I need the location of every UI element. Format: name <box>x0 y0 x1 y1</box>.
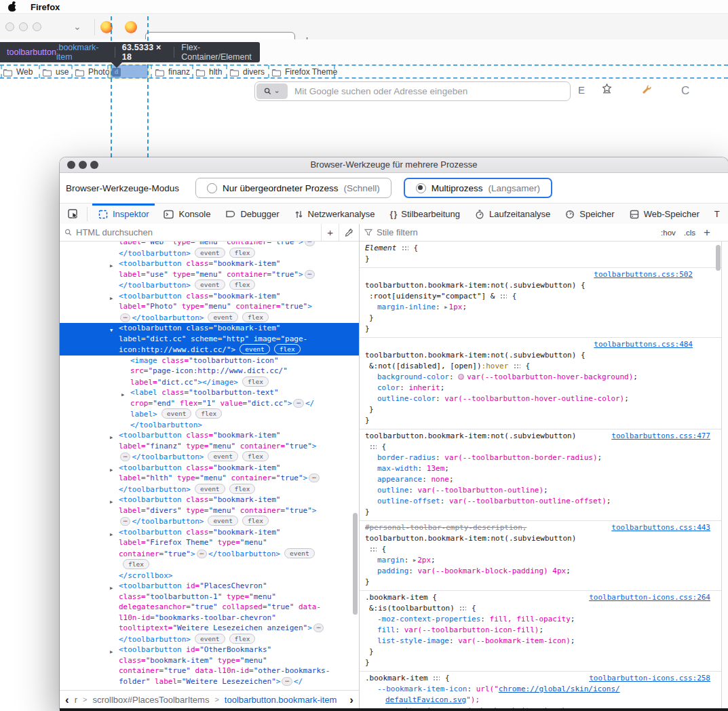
tab-netzwerkanalyse[interactable]: Netzwerkanalyse <box>287 204 383 225</box>
badge-flex[interactable]: flex <box>242 451 269 461</box>
css-rule-line[interactable]: list-style-image: var(--bookmark-item-ic… <box>360 636 728 647</box>
breadcrumb-item[interactable]: r <box>75 695 77 705</box>
bookmark-item-photo[interactable]: Photo <box>75 66 109 78</box>
expander-icon[interactable]: ▶ <box>413 555 416 566</box>
element-picker-button[interactable] <box>64 204 83 225</box>
inline-ellipsis[interactable]: ⋯ <box>120 313 130 322</box>
radio-icon[interactable] <box>416 183 426 193</box>
markup-line[interactable]: </toolbarbutton>eventflex <box>60 484 359 495</box>
inline-ellipsis[interactable]: ⋯ <box>282 677 292 686</box>
css-rule-line[interactable]: color: inherit; <box>360 383 728 393</box>
markup-line[interactable]: ⋯</toolbarbutton>eventflex <box>60 451 359 463</box>
markup-line[interactable]: ▶<toolbarbutton id="OtherBookmarks" <box>60 645 359 655</box>
badge-event[interactable]: event <box>195 634 225 644</box>
stylesheet-link[interactable]: toolbarbutton-icons.css:258 <box>589 673 710 684</box>
badge-event[interactable]: event <box>208 516 238 526</box>
tab-laufzeitanalyse[interactable]: Laufzeitanalyse <box>467 204 558 225</box>
badge-event[interactable]: event <box>284 548 315 558</box>
markup-line[interactable]: flex <box>60 559 359 571</box>
inline-ellipsis[interactable]: ⋯ <box>197 550 207 558</box>
firefox-pinned-tab-icon[interactable] <box>125 21 137 33</box>
badge-event[interactable]: event <box>195 484 225 494</box>
markup-line[interactable]: ⋯</toolbarbutton>eventflex <box>60 312 359 324</box>
badge-flex[interactable]: flex <box>274 344 301 354</box>
markup-line[interactable]: label="Photo" type="menu" container="tru… <box>60 301 359 312</box>
markup-line[interactable]: crop="end" flex="1" value="dict.cc">⋯</ <box>60 398 359 409</box>
highlight-selector-icon[interactable] <box>370 444 377 450</box>
breadcrumb-item[interactable]: scrollbox#PlacesToolbarItems <box>92 695 209 705</box>
badge-event[interactable]: event <box>208 451 238 461</box>
highlight-selector-icon[interactable] <box>459 605 466 611</box>
highlight-selector-icon[interactable] <box>370 546 377 552</box>
markup-line-selected[interactable]: icon:http://www.dict.cc/">eventflex <box>60 344 359 356</box>
add-rule-button[interactable]: + <box>704 226 710 239</box>
markup-line[interactable]: label="divers" type="menu" container="tr… <box>60 505 359 516</box>
css-rule-line[interactable]: toolbarbutton.bookmark-item:not(.subview… <box>360 350 728 361</box>
tab-t[interactable]: T <box>707 204 727 225</box>
markup-line[interactable]: ▶<toolbarbutton class="bookmark-item" <box>60 463 359 474</box>
css-rule-line[interactable]: { <box>360 544 728 555</box>
markup-line[interactable]: tooltiptext="Weitere Lesezeichen anzeige… <box>60 623 359 634</box>
markup-line[interactable]: class="bookmark-item" type="menu" <box>60 655 359 666</box>
bookmark-item-use[interactable]: use <box>42 66 69 78</box>
markup-line[interactable]: label="hlth" type="menu" container="true… <box>60 473 359 484</box>
rules-scrollbar[interactable] <box>716 245 721 271</box>
css-rule-line[interactable]: margin: ▶2px; <box>360 555 728 566</box>
markup-line[interactable]: l10n-id="bookmarks-toolbar-chevron" <box>60 613 359 623</box>
markup-line[interactable]: </toolbarbutton>eventflex <box>60 634 359 645</box>
markup-line[interactable]: </toolbarbutton>eventflex <box>60 280 359 291</box>
markup-line[interactable]: ▶<toolbarbutton class="bookmark-item" <box>60 258 359 269</box>
tab-debugger[interactable]: Debugger <box>218 204 286 225</box>
css-rule-line[interactable]: toolbarbutton-icons.css:264.bookmark-ite… <box>360 592 728 603</box>
markup-line[interactable]: folder" label="Weitere Lesezeichen">⋯</ <box>60 676 359 687</box>
inline-ellipsis[interactable]: ⋯ <box>293 399 303 408</box>
stylesheet-link[interactable]: toolbarbuttons.css:484 <box>594 340 693 349</box>
badge-flex[interactable]: flex <box>242 312 269 322</box>
markup-line[interactable]: ▶<label class="toolbarbutton-text" <box>60 387 359 398</box>
markup-line-selected[interactable]: label="dict.cc" scheme="http" image="pag… <box>60 334 359 345</box>
devtools-title-bar[interactable]: Browser-Werkzeuge für mehrere Prozesse <box>60 157 728 173</box>
markup-line[interactable]: label="Firefox Theme" type="menu" <box>60 537 359 548</box>
inline-ellipsis[interactable]: ⋯ <box>313 623 324 632</box>
pseudo-toggle-cls[interactable]: .cls <box>684 229 695 237</box>
bookmark-item-divers[interactable]: divers <box>229 66 265 78</box>
css-rule-line[interactable]: &:is(toolbarbutton) { <box>360 603 728 614</box>
markup-line[interactable]: ▶<toolbarbutton class="bookmark-item" <box>60 495 359 505</box>
css-rule-line[interactable]: padding: var(--bookmark-block-padding) 4… <box>360 566 728 577</box>
markup-line-selected[interactable]: ▼<toolbarbutton class="bookmark-item" <box>60 323 359 334</box>
extension-icon[interactable]: E <box>578 84 585 96</box>
css-rule-line[interactable]: outline-color: var(--toolbarbutton-hover… <box>360 393 728 404</box>
markup-line[interactable]: delegatesanchor="true" collapsed="true" … <box>60 602 359 613</box>
breadcrumb-item[interactable]: toolbarbutton.bookmark-item <box>225 695 337 705</box>
markup-line[interactable]: ⋯</toolbarbutton>eventflex <box>60 516 359 527</box>
markup-line[interactable]: ▶<toolbarbutton class="bookmark-item" <box>60 291 359 302</box>
markup-line[interactable]: ▶<toolbarbutton class="bookmark-item" <box>60 430 359 441</box>
bookmark-item-hlth[interactable]: hlth <box>195 66 222 78</box>
badge-event[interactable]: event <box>240 344 270 354</box>
markup-line[interactable]: label="finanz" type="menu" container="tr… <box>60 441 359 452</box>
css-rule-line[interactable]: outline: var(--toolbarbutton-outline); <box>360 485 728 496</box>
markup-line[interactable]: ▶<toolbarbutton class="bookmark-item" <box>60 527 359 538</box>
highlight-selector-icon[interactable] <box>433 675 440 681</box>
css-rule-line[interactable]: defaultFavicon.svg"); <box>360 695 728 706</box>
markup-line[interactable]: </toolbarbutton> <box>60 420 359 431</box>
inline-ellipsis[interactable]: ⋯ <box>120 453 130 461</box>
window-close-button[interactable] <box>5 22 14 31</box>
markup-line[interactable]: </scrollbox> <box>60 571 359 581</box>
css-rule-line[interactable]: &:not([disabled], [open]):hover { <box>360 361 728 372</box>
markup-line[interactable]: </toolbarbutton>eventflex <box>60 248 359 259</box>
mode-option-multiprocess[interactable]: Multiprozess(Langsamer) <box>404 178 552 198</box>
highlight-selector-icon[interactable] <box>500 293 507 299</box>
mode-option-parent-process[interactable]: Nur übergeordneter Prozess(Schnell) <box>195 178 391 198</box>
markup-line[interactable]: <image class="toolbarbutton-icon" <box>60 356 359 366</box>
css-rule-line[interactable]: --bookmark-item-icon: url("chrome://glob… <box>360 684 728 695</box>
css-rule-line[interactable]: } <box>360 324 728 334</box>
tab-inspektor[interactable]: Inspektor <box>91 204 156 225</box>
css-rule-line[interactable]: :root[uidensity="compact"] & { <box>360 291 728 302</box>
inline-ellipsis[interactable]: ⋯ <box>305 270 315 279</box>
highlight-selector-icon[interactable] <box>402 245 408 251</box>
apple-icon[interactable] <box>8 2 17 12</box>
badge-flex[interactable]: flex <box>229 634 256 644</box>
inline-ellipsis[interactable]: ⋯ <box>120 517 130 526</box>
markup-line[interactable]: label="dict.cc"></image>flex <box>60 377 359 388</box>
